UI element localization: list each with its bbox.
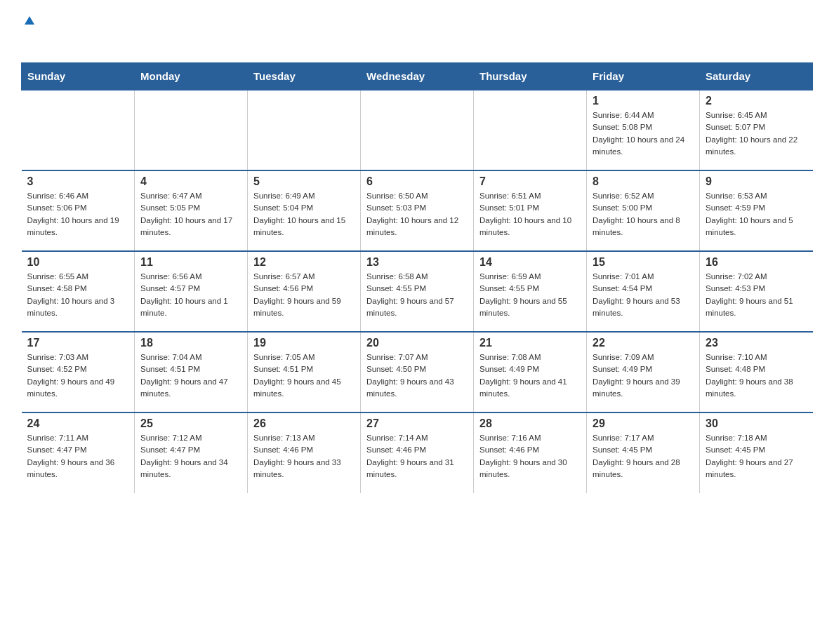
day-info: Sunrise: 6:51 AMSunset: 5:01 PMDaylight:… [479,190,581,239]
day-number: 7 [479,175,581,188]
calendar-table: SundayMondayTuesdayWednesdayThursdayFrid… [21,62,813,493]
calendar-cell: 1Sunrise: 6:44 AMSunset: 5:08 PMDaylight… [587,90,700,170]
calendar-cell: 11Sunrise: 6:56 AMSunset: 4:57 PMDayligh… [135,251,248,332]
day-info: Sunrise: 6:53 AMSunset: 4:59 PMDaylight:… [706,190,807,239]
calendar-cell: 23Sunrise: 7:10 AMSunset: 4:48 PMDayligh… [700,332,813,412]
day-number: 30 [706,417,807,430]
day-number: 10 [27,256,129,269]
header-day-wednesday: Wednesday [361,63,474,90]
header-day-friday: Friday [587,63,700,90]
header [21,14,813,48]
calendar-cell: 12Sunrise: 6:57 AMSunset: 4:56 PMDayligh… [248,251,361,332]
day-number: 15 [593,256,694,269]
calendar-cell: 3Sunrise: 6:46 AMSunset: 5:06 PMDaylight… [22,170,135,251]
calendar-week-row: 10Sunrise: 6:55 AMSunset: 4:58 PMDayligh… [22,251,813,332]
day-number: 29 [593,417,694,430]
day-number: 21 [479,337,581,349]
day-number: 9 [706,175,807,188]
day-info: Sunrise: 7:14 AMSunset: 4:46 PMDaylight:… [366,432,468,481]
day-number: 5 [253,175,355,188]
calendar-cell [135,90,248,170]
day-number: 25 [140,417,241,430]
day-number: 16 [706,256,807,269]
day-info: Sunrise: 6:58 AMSunset: 4:55 PMDaylight:… [366,271,468,319]
day-number: 20 [366,337,468,349]
day-number: 18 [140,337,241,349]
day-number: 11 [140,256,241,269]
day-info: Sunrise: 7:16 AMSunset: 4:46 PMDaylight:… [479,432,581,481]
calendar-week-row: 17Sunrise: 7:03 AMSunset: 4:52 PMDayligh… [22,332,813,412]
calendar-cell: 5Sunrise: 6:49 AMSunset: 5:04 PMDaylight… [248,170,361,251]
logo [21,14,36,48]
day-info: Sunrise: 6:57 AMSunset: 4:56 PMDaylight:… [253,271,355,319]
day-info: Sunrise: 6:47 AMSunset: 5:05 PMDaylight:… [140,190,241,239]
calendar-cell [248,90,361,170]
calendar-cell: 7Sunrise: 6:51 AMSunset: 5:01 PMDaylight… [474,170,587,251]
day-info: Sunrise: 7:04 AMSunset: 4:51 PMDaylight:… [140,351,241,400]
calendar-cell: 30Sunrise: 7:18 AMSunset: 4:45 PMDayligh… [700,412,813,493]
calendar-cell: 17Sunrise: 7:03 AMSunset: 4:52 PMDayligh… [22,332,135,412]
header-day-tuesday: Tuesday [248,63,361,90]
day-number: 3 [27,175,129,188]
day-number: 13 [366,256,468,269]
calendar-cell: 19Sunrise: 7:05 AMSunset: 4:51 PMDayligh… [248,332,361,412]
calendar-cell: 13Sunrise: 6:58 AMSunset: 4:55 PMDayligh… [361,251,474,332]
calendar-week-row: 24Sunrise: 7:11 AMSunset: 4:47 PMDayligh… [22,412,813,493]
header-day-monday: Monday [135,63,248,90]
day-info: Sunrise: 7:18 AMSunset: 4:45 PMDaylight:… [706,432,807,481]
calendar-week-row: 1Sunrise: 6:44 AMSunset: 5:08 PMDaylight… [22,90,813,170]
day-info: Sunrise: 7:01 AMSunset: 4:54 PMDaylight:… [593,271,694,319]
calendar-cell: 15Sunrise: 7:01 AMSunset: 4:54 PMDayligh… [587,251,700,332]
calendar-cell: 9Sunrise: 6:53 AMSunset: 4:59 PMDaylight… [700,170,813,251]
day-info: Sunrise: 6:59 AMSunset: 4:55 PMDaylight:… [479,271,581,319]
calendar-cell: 4Sunrise: 6:47 AMSunset: 5:05 PMDaylight… [135,170,248,251]
calendar-cell: 29Sunrise: 7:17 AMSunset: 4:45 PMDayligh… [587,412,700,493]
calendar-cell: 18Sunrise: 7:04 AMSunset: 4:51 PMDayligh… [135,332,248,412]
calendar-cell: 22Sunrise: 7:09 AMSunset: 4:49 PMDayligh… [587,332,700,412]
day-info: Sunrise: 7:08 AMSunset: 4:49 PMDaylight:… [479,351,581,400]
calendar-cell: 10Sunrise: 6:55 AMSunset: 4:58 PMDayligh… [22,251,135,332]
day-info: Sunrise: 6:49 AMSunset: 5:04 PMDaylight:… [253,190,355,239]
calendar-cell: 21Sunrise: 7:08 AMSunset: 4:49 PMDayligh… [474,332,587,412]
day-number: 26 [253,417,355,430]
day-number: 12 [253,256,355,269]
calendar-cell [361,90,474,170]
day-info: Sunrise: 6:50 AMSunset: 5:03 PMDaylight:… [366,190,468,239]
calendar-cell: 25Sunrise: 7:12 AMSunset: 4:47 PMDayligh… [135,412,248,493]
calendar-cell: 28Sunrise: 7:16 AMSunset: 4:46 PMDayligh… [474,412,587,493]
day-number: 1 [593,95,694,107]
day-info: Sunrise: 7:11 AMSunset: 4:47 PMDaylight:… [27,432,129,481]
day-number: 4 [140,175,241,188]
calendar-cell: 8Sunrise: 6:52 AMSunset: 5:00 PMDaylight… [587,170,700,251]
day-info: Sunrise: 6:45 AMSunset: 5:07 PMDaylight:… [706,109,807,158]
day-info: Sunrise: 7:13 AMSunset: 4:46 PMDaylight:… [253,432,355,481]
header-day-saturday: Saturday [700,63,813,90]
calendar-cell: 26Sunrise: 7:13 AMSunset: 4:46 PMDayligh… [248,412,361,493]
day-info: Sunrise: 7:12 AMSunset: 4:47 PMDaylight:… [140,432,241,481]
calendar-cell [474,90,587,170]
day-info: Sunrise: 6:52 AMSunset: 5:00 PMDaylight:… [593,190,694,239]
header-day-sunday: Sunday [22,63,135,90]
calendar-cell: 24Sunrise: 7:11 AMSunset: 4:47 PMDayligh… [22,412,135,493]
day-number: 24 [27,417,129,430]
day-info: Sunrise: 6:56 AMSunset: 4:57 PMDaylight:… [140,271,241,319]
day-info: Sunrise: 6:55 AMSunset: 4:58 PMDaylight:… [27,271,129,319]
calendar-cell [22,90,135,170]
calendar-cell: 16Sunrise: 7:02 AMSunset: 4:53 PMDayligh… [700,251,813,332]
day-info: Sunrise: 7:03 AMSunset: 4:52 PMDaylight:… [27,351,129,400]
logo-triangle-icon [23,13,36,29]
day-number: 2 [706,95,807,107]
calendar-week-row: 3Sunrise: 6:46 AMSunset: 5:06 PMDaylight… [22,170,813,251]
day-number: 14 [479,256,581,269]
calendar-cell: 14Sunrise: 6:59 AMSunset: 4:55 PMDayligh… [474,251,587,332]
day-info: Sunrise: 7:09 AMSunset: 4:49 PMDaylight:… [593,351,694,400]
day-info: Sunrise: 7:05 AMSunset: 4:51 PMDaylight:… [253,351,355,400]
calendar-cell: 2Sunrise: 6:45 AMSunset: 5:07 PMDaylight… [700,90,813,170]
day-number: 17 [27,337,129,349]
day-number: 8 [593,175,694,188]
day-number: 22 [593,337,694,349]
day-info: Sunrise: 6:46 AMSunset: 5:06 PMDaylight:… [27,190,129,239]
logo-blue-text [21,29,22,48]
calendar-header-row: SundayMondayTuesdayWednesdayThursdayFrid… [22,63,813,90]
day-info: Sunrise: 6:44 AMSunset: 5:08 PMDaylight:… [593,109,694,158]
